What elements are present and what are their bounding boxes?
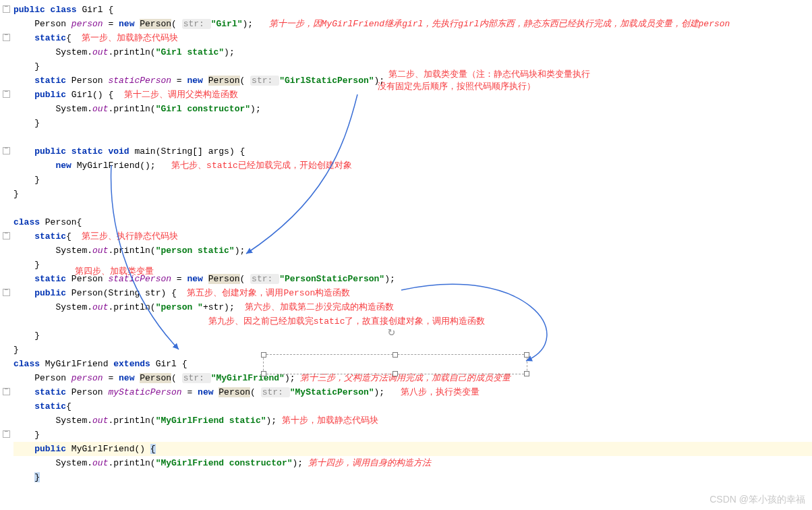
resize-handle[interactable] xyxy=(524,371,529,376)
end: ); xyxy=(285,373,295,383)
brace: } xyxy=(13,345,19,355)
string: "person " xyxy=(156,302,203,312)
text: System. xyxy=(13,458,92,468)
type: Person xyxy=(71,387,109,397)
indent xyxy=(13,231,34,242)
fold-icon[interactable] xyxy=(3,34,10,41)
fold-icon[interactable] xyxy=(3,5,10,13)
ctor: Person xyxy=(219,387,250,397)
field: out xyxy=(92,416,108,426)
code-editor[interactable]: public class Girl { Person person = new … xyxy=(0,0,812,510)
fold-icon[interactable] xyxy=(3,90,10,98)
text: .println( xyxy=(108,104,155,114)
annotation: 第一步、加载静态代码块 xyxy=(71,33,179,43)
indent xyxy=(13,33,34,43)
field: out xyxy=(92,458,108,468)
brace: } xyxy=(34,472,40,482)
gutter xyxy=(0,0,11,510)
string: "Girl" xyxy=(211,19,243,29)
param-hint: str: xyxy=(182,19,211,29)
code-line: static Person staticPerson = new Person(… xyxy=(13,272,812,286)
kw: public static void xyxy=(34,146,134,157)
field: staticPerson xyxy=(108,274,176,284)
ctor: Person xyxy=(208,274,240,284)
fold-icon[interactable] xyxy=(3,147,10,154)
indent xyxy=(13,274,34,284)
annotation: 第八步，执行类变量 xyxy=(384,387,479,397)
indent xyxy=(13,373,34,383)
eq: = xyxy=(187,387,198,397)
code-line: class Person{ xyxy=(13,215,812,229)
string: "MyGirlFriend" xyxy=(211,373,285,383)
indent xyxy=(13,76,34,86)
indent xyxy=(13,90,34,100)
ctor: Person xyxy=(140,19,171,29)
field: out xyxy=(92,246,108,256)
code-line: static{ xyxy=(13,399,812,414)
indent xyxy=(13,146,34,157)
eq: = xyxy=(177,274,187,284)
string: "MyGirlFriend static" xyxy=(156,416,266,426)
code-line: System.out.println("person static"); xyxy=(13,244,812,258)
kw: public xyxy=(34,288,71,298)
annotation: 第七步、static已经加载完成，开始创建对象 xyxy=(156,161,352,171)
code-line xyxy=(13,499,812,510)
kw: static xyxy=(34,231,66,242)
text: .println( xyxy=(108,458,155,468)
fold-icon[interactable] xyxy=(3,232,10,239)
param-hint: str: xyxy=(182,373,211,383)
string: "GirlStaticPerson" xyxy=(279,76,374,86)
class-name: MyGirlFriend xyxy=(45,359,113,369)
resize-handle[interactable] xyxy=(393,352,398,358)
end: ); xyxy=(384,274,395,284)
code-line: public Girl() { 第十二步、调用父类构造函数 xyxy=(13,88,812,102)
code-line: static{ 第一步、加载静态代码块 xyxy=(13,31,812,45)
type: Person xyxy=(34,373,71,383)
ctor: Person xyxy=(140,373,171,383)
code-line: public MyGirlFriend() { xyxy=(13,442,812,456)
kw: extends xyxy=(113,359,155,369)
text: System. xyxy=(13,246,92,256)
brace: } xyxy=(13,430,40,440)
end: ); xyxy=(235,246,245,256)
code-line: System.out.println("Girl constructor"); xyxy=(13,102,812,116)
brace: { xyxy=(108,5,113,15)
field: out xyxy=(92,104,108,114)
code-line: System.out.println("Girl static"); xyxy=(13,45,812,59)
resize-handle[interactable] xyxy=(261,352,266,358)
indent xyxy=(13,387,34,397)
kw: public xyxy=(34,90,71,100)
code-line xyxy=(13,201,812,215)
brace: } xyxy=(13,118,40,128)
fold-icon[interactable] xyxy=(3,388,10,395)
end: ); xyxy=(250,104,261,114)
code-line: static Person myStaticPerson = new Perso… xyxy=(13,385,812,399)
code-line: public Person(String str) { 第五步、创建对象，调用P… xyxy=(13,286,812,300)
brace: } xyxy=(13,331,40,341)
annotation: 第十一步，因MyGirlFriend继承girl，先执行girl内部东西，静态东… xyxy=(253,19,730,29)
annotation: 第十三步，父构造方法调用完成，加载自己的成员变量 xyxy=(295,373,511,383)
fold-icon[interactable] xyxy=(3,289,10,296)
rotate-icon[interactable]: ↻ xyxy=(388,324,395,339)
resize-handle[interactable] xyxy=(261,371,266,376)
text: System. xyxy=(13,104,92,114)
field: out xyxy=(92,47,108,57)
field: out xyxy=(92,302,108,312)
param-hint: str: xyxy=(250,274,279,284)
brace: { xyxy=(182,359,187,369)
code-line: public class Girl { xyxy=(13,3,812,17)
superclass: Girl xyxy=(156,359,182,369)
string: "MyGirlFriend constructor" xyxy=(156,458,293,468)
resize-handle[interactable] xyxy=(393,371,398,376)
code-line: 第九步、因之前已经加载完static了，故直接创建对象，调用构造函数 xyxy=(13,314,812,329)
fold-icon[interactable] xyxy=(3,430,10,438)
class-name: Person{ xyxy=(45,217,82,227)
code-line: } 第四步、加载类变量 xyxy=(13,258,812,272)
paren: ( xyxy=(240,274,251,284)
field: myStaticPerson xyxy=(108,387,187,397)
resize-handle[interactable] xyxy=(524,352,529,358)
text: System. xyxy=(13,302,92,312)
type: Person xyxy=(71,76,109,86)
text: System. xyxy=(13,47,92,57)
eq: = xyxy=(108,373,119,383)
